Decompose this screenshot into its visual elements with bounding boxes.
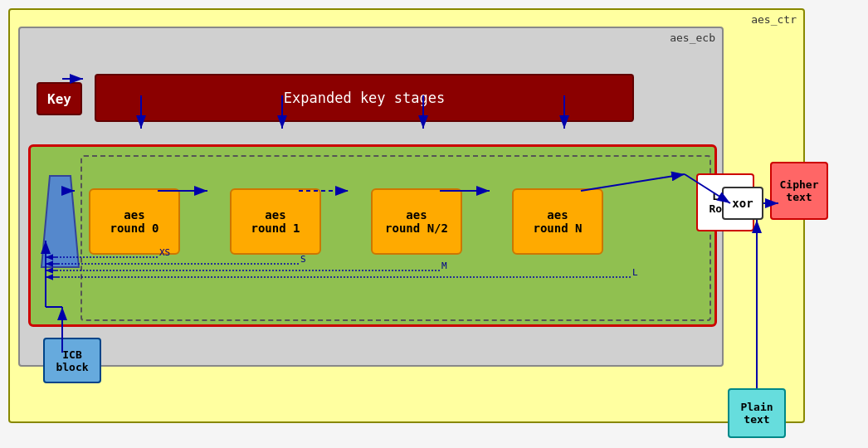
svg-marker-0 bbox=[41, 176, 79, 267]
outer-label: aes_ctr bbox=[751, 13, 797, 26]
aes-round-n: aesround N bbox=[512, 188, 603, 255]
xor-box: xor bbox=[722, 187, 763, 220]
cipher-text-label: Cipher text bbox=[772, 178, 827, 203]
plain-text-box: Plain text bbox=[728, 388, 786, 438]
xor-label: xor bbox=[732, 197, 753, 210]
key-box: Key bbox=[37, 82, 82, 115]
pipeline-area: aesround 0 aesround 1 aesround N/2 aesro… bbox=[28, 144, 717, 327]
expanded-key-label: Expanded key stages bbox=[284, 90, 445, 106]
expanded-key-box: Expanded key stages bbox=[95, 74, 634, 122]
inner-ecb-container: aes_ecb Key Expanded key stages aesround… bbox=[18, 27, 724, 367]
outer-container: aes_ctr aes_ecb Key Expanded key stages … bbox=[8, 8, 805, 423]
icb-block-label: ICB block bbox=[45, 348, 100, 373]
aes-round-1: aesround 1 bbox=[230, 188, 321, 255]
cipher-text-box: Cipher text bbox=[770, 162, 828, 220]
inner-ecb-label: aes_ecb bbox=[670, 32, 715, 44]
icb-block: ICB block bbox=[43, 338, 101, 383]
aes-round-n2: aesround N/2 bbox=[371, 188, 462, 255]
aes-round-0: aesround 0 bbox=[89, 188, 180, 255]
plain-text-label: Plain text bbox=[729, 401, 784, 426]
key-label: Key bbox=[47, 91, 71, 107]
